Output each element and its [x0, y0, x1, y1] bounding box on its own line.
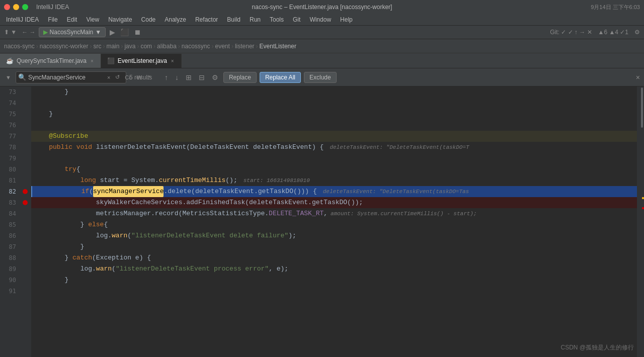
line-81-method: currentTimeMillis [159, 175, 226, 186]
menu-help[interactable]: Help [336, 15, 357, 24]
breadcrumb-src[interactable]: src [93, 43, 101, 50]
find-next-btn[interactable]: ↓ [173, 72, 181, 82]
line-81-long: long [80, 175, 96, 186]
breadcrumb-java[interactable]: java [124, 43, 135, 50]
clear-search-btn[interactable]: × [106, 74, 112, 81]
line-85-else: else [88, 219, 104, 230]
line-88-paren: ( [92, 252, 96, 263]
breadcrumb-listener[interactable]: listener [235, 43, 255, 50]
run-config-selector[interactable]: ▶ NacosSyncMain ▼ [39, 27, 106, 37]
debug-button[interactable]: ⬛ [119, 27, 130, 37]
line-num-84: 84 [0, 210, 20, 217]
code-line-76 [31, 120, 637, 131]
menu-file[interactable]: File [44, 15, 61, 24]
find-expand-all-btn[interactable]: ⊞ [184, 72, 194, 82]
tab-close-eventlistener[interactable]: × [170, 58, 175, 64]
line-num-81: 81 [0, 177, 20, 184]
replace-button[interactable]: Replace [223, 72, 257, 83]
line-81-gutter: 81 [0, 175, 31, 186]
menu-navigate[interactable]: Navigate [104, 15, 136, 24]
app-name: IntelliJ IDEA [36, 4, 69, 11]
find-results-count: 5 results [129, 74, 159, 81]
error-marker-1 [642, 207, 644, 209]
replace-all-button[interactable]: Replace All [260, 72, 301, 83]
tab-close-querysynctasktimer[interactable]: × [90, 58, 95, 64]
line-num-83: 83 [0, 199, 20, 206]
tab-label-querysynctasktimer: QuerySyncTaskTimer.java [17, 57, 87, 64]
menu-intellij[interactable]: IntelliJ IDEA [2, 15, 43, 24]
minimize-button[interactable] [13, 4, 19, 10]
line-81-dot: . [155, 175, 159, 186]
breadcrumb-eventlistener[interactable]: EventListener [260, 43, 296, 50]
maximize-button[interactable] [22, 4, 28, 10]
breadcrumb-nacossync[interactable]: nacossync [182, 43, 210, 50]
scrollbar-thumb [641, 87, 643, 128]
find-settings-btn[interactable]: ⚙ [210, 72, 220, 82]
line-78-param: deleteTaskEvent) { [249, 142, 324, 153]
line-num-86: 86 [0, 232, 20, 239]
menu-window[interactable]: Window [305, 15, 335, 24]
line-82-match: syncManagerService [93, 186, 164, 197]
line-num-77: 77 [0, 133, 20, 140]
menu-code[interactable]: Code [137, 15, 160, 24]
line-83-text: skyWalkerCacheServices.addFinishedTask(d… [33, 197, 363, 208]
search-input[interactable] [28, 74, 104, 81]
close-button[interactable] [4, 4, 10, 10]
code-line-82: if (syncManagerService.delete(deleteTask… [31, 186, 637, 197]
line-82-annotation: deleteTaskEvent: "DeleteTaskEvent(taskDO… [323, 186, 469, 197]
find-refresh-btn[interactable]: ↺ [114, 73, 121, 81]
line-88-catch: catch [72, 252, 92, 263]
line-79-gutter: 79 [0, 153, 31, 164]
line-90-text: } [33, 275, 68, 286]
vcs-btn[interactable]: ⬆ ▼ [4, 29, 17, 36]
code-line-88: } catch (Exception e) { [31, 252, 637, 263]
code-line-74 [31, 98, 637, 109]
line-num-89: 89 [0, 265, 20, 273]
breadcrumb-event[interactable]: event [215, 43, 230, 50]
line-89-gutter: 89 [0, 263, 31, 275]
breadcrumb-bar: nacos-sync › nacossync-worker › src › ma… [0, 39, 644, 53]
menu-run[interactable]: Run [246, 15, 265, 24]
line-num-73: 73 [0, 88, 20, 96]
find-prev-btn[interactable]: ↑ [163, 72, 170, 82]
menu-analyze[interactable]: Analyze [160, 15, 190, 24]
line-86-gutter: 86 [0, 230, 31, 241]
code-text-area[interactable]: } } @Subscribe public void listenerDelet… [31, 86, 637, 357]
navigation-btn[interactable]: ← → [22, 29, 35, 36]
line-84-comma: , [324, 208, 328, 219]
line-82-gutter: 82 [0, 186, 31, 197]
run-button[interactable]: ▶ [109, 27, 116, 37]
line-86-str: "listenerDeleteTaskEvent delete failure" [131, 230, 288, 241]
line-80-brace: { [76, 164, 80, 175]
find-close-btn[interactable]: × [636, 73, 640, 81]
exclude-button[interactable]: Exclude [304, 72, 337, 83]
breadcrumb-worker[interactable]: nacossync-worker [40, 43, 89, 50]
breadcrumb-com[interactable]: com [140, 43, 152, 50]
find-expand-btn[interactable]: ▼ [4, 74, 13, 81]
breadcrumb-main[interactable]: main [106, 43, 119, 50]
menu-view[interactable]: View [82, 15, 103, 24]
tab-eventlistener[interactable]: ⬛ EventListener.java × [101, 54, 182, 68]
stop-button[interactable]: ⏹ [133, 27, 142, 37]
line-83-gutter: 83 [0, 197, 31, 208]
line-78-rest: listenerDeleteTaskEvent( [92, 142, 190, 153]
line-75-gutter: 75 [0, 109, 31, 120]
menu-build[interactable]: Build [223, 15, 245, 24]
find-filter-btn[interactable]: ⊟ [197, 72, 207, 82]
menu-tools[interactable]: Tools [266, 15, 288, 24]
tab-querysynctasktimer[interactable]: ☕ QuerySyncTaskTimer.java × [0, 54, 101, 68]
breadcrumb-nacos-sync[interactable]: nacos-sync [4, 43, 35, 50]
right-scrollbar[interactable] [637, 86, 644, 357]
code-line-77: @Subscribe [31, 131, 637, 142]
line-78-kw2: void [76, 142, 92, 153]
traffic-lights [4, 4, 28, 10]
menu-git[interactable]: Git [289, 15, 304, 24]
settings-icon[interactable]: ⚙ [634, 29, 640, 36]
menu-edit[interactable]: Edit [63, 15, 82, 24]
breadcrumb-alibaba[interactable]: alibaba [157, 43, 177, 50]
code-line-78: public void listenerDeleteTaskEvent(Dele… [31, 142, 637, 153]
line-num-76: 76 [0, 122, 20, 129]
run-toolbar: ⬆ ▼ ← → ▶ NacosSyncMain ▼ ▶ ⬛ ⏹ Git: ✓ ✓… [0, 25, 644, 39]
menu-refactor[interactable]: Refactor [191, 15, 222, 24]
line-78-text [33, 142, 49, 153]
